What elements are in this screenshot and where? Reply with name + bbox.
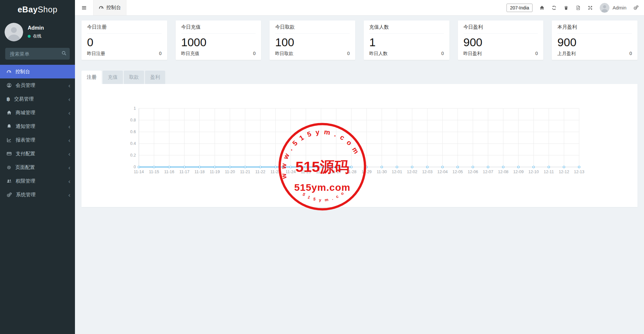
svg-text:11-21: 11-21 [240,170,250,174]
stat-title: 今日盈利 [463,24,538,30]
tab-dashboard[interactable]: 控制台 [93,0,126,15]
sidebar-item-label: 页面配置 [15,164,35,171]
stat-footer-value: 0 [441,51,444,57]
svg-text:12-13: 12-13 [574,170,584,174]
credit-card-icon [7,151,12,156]
user-status-label: 在线 [33,33,41,39]
stat-footer-label: 昨日充值 [181,51,199,57]
svg-text:12-08: 12-08 [498,170,508,174]
chevron-left-icon: ‹ [68,123,70,130]
stat-footer-value: 0 [629,51,632,57]
sidebar-item-home[interactable]: 商城管理‹ [0,106,75,119]
svg-text:11-25: 11-25 [301,170,311,174]
sidebar-item-chart[interactable]: 报表管理‹ [0,133,75,147]
file-icon[interactable] [576,5,581,10]
chevron-left-icon: ‹ [68,110,70,116]
chart-tab-1[interactable]: 注册 [81,71,102,84]
stat-card: 今日取款100昨日取款0 [270,21,355,60]
chart-tabs: 注册充值取款盈利 [81,71,637,84]
sidebar-item-label: 商城管理 [16,110,35,116]
sidebar-item-label: 会员管理 [16,82,35,89]
sidebar-item-label: 报表管理 [16,137,35,143]
svg-text:12-11: 12-11 [544,170,554,174]
stat-footer-label: 昨日盈利 [463,51,482,57]
sidebar-item-label: 通知管理 [16,123,35,130]
svg-text:0.8: 0.8 [130,118,136,122]
user-name: Admin [28,25,44,31]
svg-text:12-10: 12-10 [528,170,539,174]
svg-text:12-06: 12-06 [468,170,478,174]
divider [87,33,162,34]
svg-text:11-23: 11-23 [271,170,281,174]
brand-light: Shop [38,5,57,14]
sidebar-item-label: 交易管理 [14,96,34,102]
svg-text:11-17: 11-17 [179,170,189,174]
chart-tab-4[interactable]: 盈利 [145,71,165,84]
sidebar-item-users[interactable]: 权限管理‹ [0,174,75,188]
line-chart: 00.20.40.60.8111-1411-1511-1611-1711-181… [81,84,637,207]
sidebar-item-label: 支付配置 [16,151,35,157]
stat-value: 900 [557,36,632,49]
user-panel: Admin 在线 [0,19,75,45]
svg-text:0.2: 0.2 [130,153,136,158]
sidebar-item-dashboard[interactable]: 控制台 [0,65,75,78]
svg-text:11-29: 11-29 [361,170,372,174]
stat-cards-row: 今日注册0昨日注册0今日充值1000昨日充值0今日取款100昨日取款0充值人数1… [81,21,637,60]
home-icon [7,110,12,115]
cogs-icon [7,192,12,198]
sidebar-menu: 控制台会员管理‹฿交易管理‹商城管理‹通知管理‹报表管理‹支付配置‹页面配置‹权… [0,65,75,202]
chart-tab-2[interactable]: 充值 [103,71,123,84]
sidebar-item-member[interactable]: 会员管理‹ [0,78,75,92]
hamburger-icon[interactable] [75,0,93,15]
svg-text:11-28: 11-28 [346,170,357,174]
sidebar-item-bitcoin[interactable]: ฿交易管理‹ [0,92,75,106]
stat-card: 今日充值1000昨日充值0 [176,21,261,60]
svg-text:11-24: 11-24 [285,170,296,174]
tab-dashboard-label: 控制台 [106,5,121,11]
sidebar-item-cogs[interactable]: 系统管理‹ [0,188,75,202]
sidebar-item-gear[interactable]: 页面配置‹ [0,160,75,174]
chart-tab-3[interactable]: 取款 [124,71,144,84]
home-icon[interactable] [539,5,545,10]
search-input[interactable] [5,48,70,60]
stat-value: 0 [87,36,162,49]
stat-card: 今日注册0昨日注册0 [81,21,167,60]
app-logo[interactable]: eBay Shop [0,0,75,19]
sidebar-item-label: 控制台 [15,69,30,75]
sidebar-search [5,48,70,60]
fullscreen-icon[interactable] [588,5,593,10]
stat-footer-value: 0 [535,51,538,57]
cogs-icon[interactable] [633,5,639,10]
divider [275,33,350,34]
stat-card: 充值人数1昨日人数0 [364,21,449,60]
svg-text:12-01: 12-01 [392,170,402,174]
users-icon [7,178,12,184]
chevron-left-icon: ‹ [68,137,70,143]
avatar [5,23,23,41]
sidebar: eBay Shop Admin 在线 控制台会员管理‹฿交易管理‹商城管理‹通知… [0,0,75,334]
stat-footer-label: 昨日取款 [275,51,293,57]
region-select[interactable]: 207-India [506,4,533,12]
gear-icon [7,165,11,170]
stat-footer-label: 昨日人数 [369,51,388,57]
header-user-menu[interactable]: Admin [600,3,626,13]
stat-title: 今日充值 [181,24,256,30]
trash-icon[interactable] [564,5,569,10]
user-status: 在线 [28,33,44,39]
sidebar-item-bell[interactable]: 通知管理‹ [0,119,75,133]
sidebar-item-credit-card[interactable]: 支付配置‹ [0,147,75,160]
refresh-icon[interactable] [551,5,557,10]
stat-title: 充值人数 [369,24,444,30]
chevron-left-icon: ‹ [68,192,70,198]
stat-value: 100 [275,36,350,49]
chevron-left-icon: ‹ [68,178,70,184]
chevron-left-icon: ‹ [68,82,70,89]
svg-text:12-05: 12-05 [452,170,463,174]
chevron-left-icon: ‹ [68,96,70,102]
svg-text:11-18: 11-18 [195,170,205,174]
stat-title: 今日注册 [87,24,162,30]
stat-footer-value: 0 [253,51,256,57]
divider [557,33,632,34]
svg-text:11-16: 11-16 [164,170,174,174]
search-icon[interactable] [61,50,67,56]
